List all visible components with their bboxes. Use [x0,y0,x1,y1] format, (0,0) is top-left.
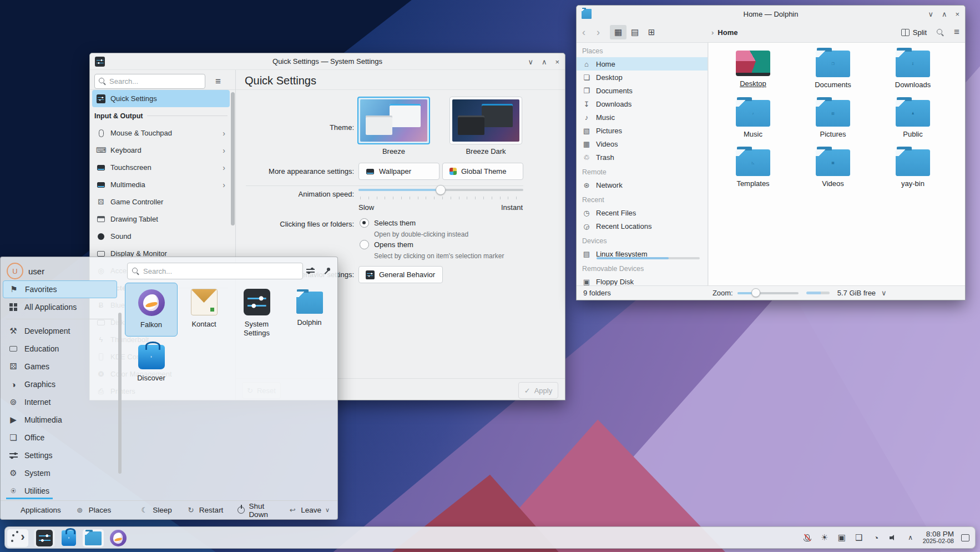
place-videos[interactable]: ▦Videos [577,137,708,150]
icons-view-button[interactable]: ▦ [610,25,627,39]
minimize-icon[interactable]: ∨ [928,10,933,18]
compact-view-button[interactable]: ▤ [627,25,643,39]
place-desktop[interactable]: ❏Desktop [577,71,708,84]
category-office[interactable]: ❏Office [3,429,117,446]
slider-handle[interactable] [436,185,446,195]
configure-icon[interactable] [306,267,315,274]
chevron-down-icon[interactable]: ∨ [881,289,887,297]
dolphin-file-view[interactable]: Desktop ❐ Documents ↧ Downloads ♪ Music … [709,43,965,285]
sidebar-item-mouse-touchpad[interactable]: Mouse & Touchpad› [92,124,230,142]
pin-icon[interactable] [324,267,331,275]
sidebar-scrollbar[interactable] [231,92,235,225]
app-kontact[interactable]: Kontact [178,283,230,337]
sleep-button[interactable]: ☾Sleep [140,506,172,515]
place-recent-files[interactable]: ◷Recent Files [577,206,708,219]
volume-icon[interactable] [888,534,898,541]
place-downloads[interactable]: ↧Downloads [577,97,708,111]
category-system[interactable]: ⚙System [3,464,117,482]
zoom-slider[interactable] [737,288,799,298]
application-launcher-button[interactable] [7,529,28,547]
tab-applications[interactable]: Applications [8,506,61,514]
task-dolphin[interactable] [83,529,104,547]
category-favorites[interactable]: ⚑Favorites [3,280,117,298]
maximize-icon[interactable]: ∧ [942,10,947,18]
folder-yay-bin[interactable]: yay-bin [873,148,953,198]
settings-search-input[interactable] [109,77,193,86]
place-floppy-disk[interactable]: ▣Floppy Disk [577,275,708,285]
sidebar-item-sound[interactable]: Sound [92,228,230,245]
hamburger-menu-icon[interactable]: ≡ [954,27,959,38]
gauge-icon[interactable]: ◔ [871,533,881,543]
folder-documents[interactable]: ❐ Documents [793,49,873,99]
category-education[interactable]: Education [3,340,117,358]
sidebar-item-quick-settings[interactable]: Quick Settings [92,90,230,107]
expand-tray-icon[interactable]: ∧ [906,534,916,541]
folder-pictures[interactable]: ▧ Pictures [793,99,873,148]
minimize-icon[interactable]: ∨ [528,58,533,66]
sidebar-item-game-controller[interactable]: ⚄ Game Controller [92,193,230,210]
radio-checked-icon[interactable] [360,218,369,228]
close-icon[interactable]: × [955,10,959,18]
split-button[interactable]: Split [901,28,927,37]
task-discover[interactable] [58,529,79,547]
place-recent-locations[interactable]: ◶Recent Locations [577,219,708,233]
digital-clock[interactable]: 8:08 PM 2025-02-08 [923,530,954,545]
place-linux-filesystem[interactable]: ▤ Linux filesystem [577,247,708,260]
general-behavior-button[interactable]: General Behavior [358,266,443,283]
search-icon[interactable] [937,29,944,36]
tab-places[interactable]: ⊚Places [75,506,112,515]
place-network[interactable]: ⊛Network [577,178,708,192]
global-theme-button[interactable]: Global Theme [442,163,523,180]
category-graphics[interactable]: ◑Graphics [3,375,117,393]
radio-unchecked-icon[interactable] [360,240,369,249]
radio-selects-them[interactable]: Selects them [360,218,416,228]
task-system-settings[interactable] [34,529,55,547]
forward-icon[interactable]: › [591,27,605,38]
settings-menu-button[interactable]: ≡ [210,74,226,89]
titlebar[interactable]: Home — Dolphin ∨ ∧ × [577,6,965,22]
folder-templates[interactable]: ◺ Templates [713,148,793,198]
sidebar-item-multimedia[interactable]: Multimedia› [92,176,230,193]
app-falkon[interactable]: Falkon [125,283,178,337]
category-all-applications[interactable]: All Applications [3,298,117,316]
details-view-button[interactable]: ⊞ [643,25,660,39]
settings-search-field[interactable] [94,74,205,89]
category-games[interactable]: ⚄Games [3,358,117,375]
disk-icon[interactable]: ▣ [837,533,847,543]
back-icon[interactable]: ‹ [577,27,591,38]
category-internet[interactable]: ⊚Internet [3,393,117,411]
task-falkon[interactable] [108,529,129,547]
theme-option-breeze[interactable] [357,97,430,144]
animation-speed-slider[interactable] [358,185,523,195]
close-icon[interactable]: × [555,58,559,66]
place-documents[interactable]: ❐Documents [577,84,708,97]
shutdown-button[interactable]: Shut Down [238,502,274,519]
app-system-settings[interactable]: System Settings [230,283,283,337]
wallpaper-button[interactable]: Wallpaper [358,163,440,180]
app-dolphin[interactable]: Dolphin [283,283,336,337]
leave-button[interactable]: ↩Leave∨ [288,506,330,515]
place-music[interactable]: ♪Music [577,111,708,124]
launcher-scrollbar[interactable] [118,313,122,474]
maximize-icon[interactable]: ∧ [542,58,547,66]
category-settings[interactable]: Settings [3,446,117,464]
user-avatar[interactable]: U [7,263,23,279]
app-discover[interactable]: Discover [125,337,178,390]
category-multimedia[interactable]: ▶Multimedia [3,411,117,429]
place-home[interactable]: ⌂Home [577,57,708,71]
titlebar[interactable]: Quick Settings — System Settings ∨ ∧ × [90,53,565,70]
brightness-icon[interactable]: ☀ [820,533,830,543]
restart-button[interactable]: ↻Restart [186,506,224,515]
microphone-muted-icon[interactable] [802,535,812,540]
place-trash[interactable]: ♲Trash [577,150,708,164]
apply-button[interactable]: ✓ Apply [518,382,558,399]
launcher-search-input[interactable] [143,267,282,275]
sidebar-item-drawing-tablet[interactable]: Drawing Tablet [92,210,230,228]
folder-public[interactable]: ♟ Public [873,99,953,148]
radio-opens-them[interactable]: Opens them [360,240,413,249]
sidebar-item-touchscreen[interactable]: Touchscreen› [92,159,230,176]
theme-option-breeze-dark[interactable] [449,97,522,144]
launcher-search-field[interactable] [127,263,303,279]
folder-downloads[interactable]: ↧ Downloads [873,49,953,99]
folder-videos[interactable]: ▦ Videos [793,148,873,198]
